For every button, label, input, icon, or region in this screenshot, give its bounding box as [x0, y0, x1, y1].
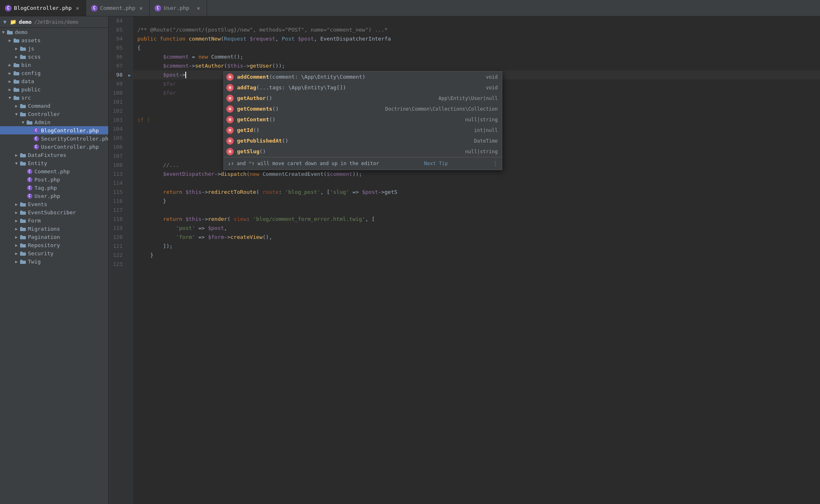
token-var: $post: [208, 224, 224, 233]
token-plain: Comment();: [208, 52, 243, 61]
tree-item-icon-1: [13, 37, 20, 43]
text-cursor: [185, 72, 186, 78]
token-fn: redirectToRoute: [208, 188, 256, 197]
autocomplete-item-0[interactable]: maddComment(comment: \App\Entity\Comment…: [224, 72, 502, 82]
tree-item-icon-13: C: [33, 135, 39, 142]
autocomplete-item-3[interactable]: mgetComments()Doctrine\Common\Collection…: [224, 104, 502, 114]
svg-rect-16: [14, 96, 16, 97]
sidebar-tree-item-20[interactable]: CUser.php: [0, 192, 108, 200]
tab-blog-controller-close[interactable]: ×: [74, 5, 81, 11]
autocomplete-item-5[interactable]: mgetId()int|null: [224, 125, 502, 136]
token-plain: , EventDispatcherInterfa: [314, 34, 391, 43]
sidebar-tree-item-27[interactable]: ▶Security: [0, 249, 108, 257]
sidebar-tree-item-1[interactable]: ▶assets: [0, 36, 108, 44]
token-plain: ->getS: [378, 188, 397, 197]
code-line-123: [133, 260, 820, 269]
autocomplete-popup[interactable]: maddComment(comment: \App\Entity\Comment…: [223, 71, 502, 170]
code-line-95: {: [133, 43, 820, 52]
code-line-85: /** @Route("/comment/{postSlug}/new", me…: [133, 25, 820, 34]
ac-return-type-2: App\Entity\User|null: [439, 94, 498, 103]
sidebar-tree-item-14[interactable]: CUserController.php: [0, 143, 108, 151]
sidebar-tree-item-13[interactable]: CSecurityController.php: [0, 134, 108, 143]
sidebar-tree-item-0[interactable]: ▼demo: [0, 28, 108, 36]
sidebar-tree-item-17[interactable]: CComment.php: [0, 167, 108, 175]
line-number-97: 97: [110, 61, 123, 70]
token-var: $for: [163, 89, 176, 98]
tab-user[interactable]: C User.php ×: [150, 0, 207, 16]
token-plain: (: [224, 61, 227, 70]
sidebar-tree-item-6[interactable]: ▶data: [0, 77, 108, 85]
tab-comment[interactable]: C Comment.php ×: [86, 0, 150, 16]
autocomplete-item-7[interactable]: mgetSlug()null|string: [224, 146, 502, 157]
tree-arrow-23: ▶: [13, 217, 20, 224]
autocomplete-item-6[interactable]: mgetPublishedAt()DateTime: [224, 136, 502, 146]
tree-arrow-11: ▼: [20, 119, 26, 125]
sidebar-tree-item-25[interactable]: ▶Pagination: [0, 233, 108, 241]
sidebar-tree-item-7[interactable]: ▶public: [0, 85, 108, 93]
svg-rect-11: [14, 72, 19, 75]
autocomplete-item-1[interactable]: maddTag(...tags: \App\Entity\Tag[])void: [224, 82, 502, 93]
sidebar-tree-item-15[interactable]: ▶DataFixtures: [0, 151, 108, 159]
tree-arrow-9: ▶: [13, 102, 20, 109]
sidebar-tree-item-4[interactable]: ▶bin: [0, 61, 108, 69]
token-plain: {: [137, 43, 141, 52]
tab-blog-controller[interactable]: C BlogController.php ×: [0, 0, 86, 16]
sidebar[interactable]: ▼ 📁 demo /JetBrains/demo ▼demo▶assets▶js…: [0, 16, 109, 504]
token-plain: [137, 224, 176, 233]
gutter: ▶: [126, 16, 133, 504]
autocomplete-next-tip[interactable]: Next Tip: [424, 159, 448, 168]
sidebar-tree-item-2[interactable]: ▶js: [0, 44, 108, 52]
tree-item-label-21: Events: [28, 201, 47, 207]
token-plain: ->: [224, 233, 230, 242]
svg-rect-34: [20, 227, 23, 228]
tab-user-close[interactable]: ×: [195, 5, 202, 11]
sidebar-tree-item-5[interactable]: ▶config: [0, 69, 108, 77]
ac-method-icon-5: m: [226, 127, 234, 134]
token-var: $comment: [327, 170, 353, 179]
sidebar-tree-item-11[interactable]: ▼Admin: [0, 118, 108, 126]
sidebar-tree-item-3[interactable]: ▶scss: [0, 52, 108, 61]
sidebar-tree-item-12[interactable]: CBlogController.php: [0, 126, 108, 134]
svg-rect-30: [20, 211, 23, 211]
sidebar-tree-item-16[interactable]: ▼Entity: [0, 159, 108, 167]
sidebar-tree-item-21[interactable]: ▶Events: [0, 200, 108, 208]
svg-rect-33: [20, 220, 26, 223]
token-kw: function: [160, 34, 186, 43]
sidebar-tree-item-19[interactable]: CTag.php: [0, 184, 108, 192]
token-fn: commentNew: [189, 34, 221, 43]
sidebar-tree-item-22[interactable]: ▶EventSubscriber: [0, 208, 108, 216]
autocomplete-item-2[interactable]: mgetAuthor()App\Entity\User|null: [224, 93, 502, 104]
sidebar-tree-item-8[interactable]: ▼src: [0, 93, 108, 102]
sidebar-tree-item-26[interactable]: ▶Repository: [0, 241, 108, 249]
sidebar-tree-item-28[interactable]: ▶Twig: [0, 257, 108, 266]
token-plain: =: [189, 52, 198, 61]
token-plain: CommentCreatedEvent(: [259, 170, 326, 179]
code-area[interactable]: maddComment(comment: \App\Entity\Comment…: [133, 16, 820, 504]
autocomplete-dots: ⋮: [493, 159, 498, 168]
sidebar-tree-item-18[interactable]: CPost.php: [0, 175, 108, 184]
sidebar-tree-item-24[interactable]: ▶Migrations: [0, 225, 108, 233]
tree-item-label-3: scss: [28, 54, 41, 60]
sidebar-tree-item-23[interactable]: ▶Form: [0, 216, 108, 225]
token-plain: }: [137, 197, 166, 206]
token-plain: [246, 34, 250, 43]
token-var: $this: [185, 215, 201, 224]
token-plain: [137, 188, 163, 197]
token-plain: ());: [272, 61, 285, 70]
line-number-105: 105: [110, 134, 123, 143]
sidebar-tree-item-9[interactable]: ▶Command: [0, 102, 108, 110]
sidebar-tree-item-10[interactable]: ▼Controller: [0, 110, 108, 118]
token-param-name: view: [234, 215, 246, 224]
token-param-name: route: [262, 188, 278, 197]
ac-return-type-1: void: [486, 83, 498, 92]
tab-comment-close[interactable]: ×: [138, 5, 144, 11]
tree-item-icon-8: [13, 94, 20, 101]
tree-arrow-10: ▼: [13, 111, 20, 117]
token-plain: :: [246, 215, 253, 224]
line-number-104: 104: [110, 125, 123, 134]
autocomplete-item-4[interactable]: mgetContent()null|string: [224, 114, 502, 125]
tree-arrow-27: ▶: [13, 250, 20, 257]
line-number-99: 99: [110, 79, 123, 89]
tree-arrow-28: ▶: [13, 258, 20, 265]
token-fn: setAuthor: [195, 61, 224, 70]
